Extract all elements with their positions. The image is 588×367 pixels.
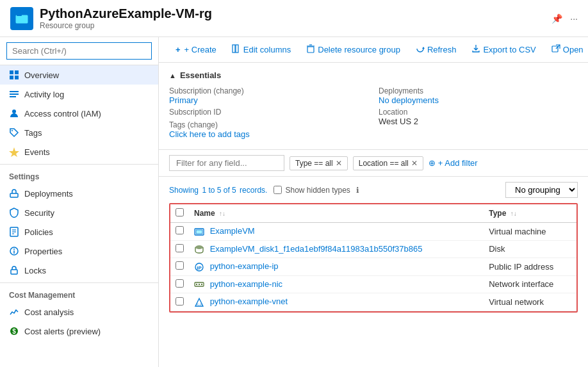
tags-value[interactable]: Click here to add tags — [169, 129, 368, 139]
deployments-value[interactable]: No deployments — [379, 95, 578, 105]
svg-point-19 — [13, 249, 15, 250]
type-chip-label: Type == all — [295, 159, 333, 168]
sidebar-item-cost-analysis[interactable]: Cost analysis — [0, 302, 158, 322]
resource-name-link[interactable]: python-example-ip — [210, 261, 279, 271]
svg-rect-38 — [196, 284, 197, 285]
row-checkbox[interactable] — [176, 261, 184, 270]
row-checkbox-cell — [170, 223, 189, 241]
row-checkbox-cell — [170, 258, 189, 276]
main-layout: Overview Activity log Access control (IA… — [0, 37, 588, 367]
open-label: Open — [563, 45, 584, 54]
resource-type-icon: IP — [194, 262, 204, 272]
show-hidden-label: Show hidden types ℹ — [274, 186, 359, 195]
sidebar-item-deployments[interactable]: Deployments — [0, 184, 158, 203]
open-button[interactable]: Open — [545, 41, 588, 58]
location-filter-chip[interactable]: Location == all ✕ — [353, 156, 423, 170]
filter-input[interactable] — [169, 155, 284, 171]
delete-button[interactable]: Delete resource group — [300, 41, 407, 58]
resource-type-cell: Virtual network — [484, 293, 576, 311]
svg-point-34 — [195, 245, 203, 249]
resource-type-icon — [194, 244, 204, 254]
resource-type-cell: Network interface — [484, 275, 576, 293]
select-all-header — [170, 204, 189, 223]
location-label: Location — [379, 108, 578, 117]
resource-type-cell: Virtual machine — [484, 223, 576, 241]
deployments-item: Deployments No deployments — [379, 86, 578, 105]
grouping-dropdown[interactable]: No grouping — [505, 182, 578, 198]
sidebar-divider — [0, 164, 158, 165]
locks-icon — [9, 265, 19, 275]
sidebar-item-overview[interactable]: Overview — [0, 65, 158, 85]
search-input[interactable] — [6, 42, 152, 60]
header-actions: 📌 ··· — [551, 13, 578, 24]
row-checkbox[interactable] — [176, 279, 184, 288]
sidebar-item-cost-alerts[interactable]: $ Cost alerts (preview) — [0, 322, 158, 341]
edit-columns-button[interactable]: Edit columns — [225, 41, 297, 58]
add-filter-icon: ⊕ — [429, 158, 436, 168]
resource-group-icon — [10, 7, 33, 30]
sidebar-item-label: Activity log — [24, 90, 64, 99]
show-hidden-checkbox[interactable] — [274, 186, 282, 194]
row-checkbox[interactable] — [176, 226, 184, 234]
resource-name-cell: IP python-example-ip — [189, 258, 484, 276]
name-col-label: Name — [194, 209, 215, 218]
subscription-id-label: Subscription ID — [169, 108, 368, 117]
select-all-checkbox[interactable] — [176, 208, 184, 216]
essentials-left: Subscription (change) Primary Subscripti… — [169, 86, 368, 142]
row-checkbox[interactable] — [176, 244, 184, 252]
security-icon — [9, 208, 19, 218]
refresh-label: Refresh — [427, 45, 457, 54]
add-filter-button[interactable]: ⊕ + Add filter — [429, 158, 478, 168]
essentials-grid: Subscription (change) Primary Subscripti… — [169, 86, 578, 142]
resource-name-link[interactable]: python-example-nic — [210, 279, 282, 289]
showing-suffix: records. — [240, 186, 267, 195]
sidebar-item-label: Security — [24, 208, 54, 218]
sidebar-item-properties[interactable]: Properties — [0, 241, 158, 261]
sidebar-item-tags[interactable]: Tags — [0, 123, 158, 142]
sidebar-item-policies[interactable]: Policies — [0, 222, 158, 241]
name-column-header[interactable]: Name ↑↓ — [189, 204, 484, 223]
location-chip-close[interactable]: ✕ — [411, 159, 418, 168]
location-value: West US 2 — [379, 117, 578, 126]
svg-rect-24 — [236, 45, 238, 53]
sidebar-item-label: Locks — [24, 266, 46, 275]
table-meta: Showing 1 to 5 of 5 records. Show hidden… — [169, 182, 578, 198]
resources-table: Name ↑↓ Type ↑↓ — [170, 204, 576, 311]
sidebar-item-events[interactable]: Events — [0, 142, 158, 161]
delete-label: Delete resource group — [318, 45, 400, 54]
sidebar-item-activity-log[interactable]: Activity log — [0, 85, 158, 104]
sidebar-item-locks[interactable]: Locks — [0, 261, 158, 280]
svg-rect-0 — [15, 15, 28, 24]
activity-log-icon — [9, 89, 19, 99]
row-checkbox[interactable] — [176, 297, 184, 306]
svg-rect-7 — [10, 94, 19, 95]
subscription-id-item: Subscription ID — [169, 108, 368, 117]
sidebar-item-label: Access control (IAM) — [24, 109, 101, 118]
sidebar-item-label: Deployments — [24, 189, 73, 199]
sidebar-item-iam[interactable]: Access control (IAM) — [0, 104, 158, 123]
resource-name-link[interactable]: ExampleVM — [210, 226, 255, 236]
type-chip-close[interactable]: ✕ — [336, 159, 342, 168]
refresh-button[interactable]: Refresh — [409, 41, 463, 58]
edit-columns-label: Edit columns — [243, 45, 291, 54]
tags-item: Tags (change) Click here to add tags — [169, 120, 368, 139]
svg-rect-29 — [552, 46, 558, 52]
table-row: ExampleVM Virtual machine — [170, 223, 576, 241]
svg-rect-6 — [10, 91, 19, 92]
table-row: ExampleVM_disk1_f1eda1ebf9f84a11983a1b55… — [170, 240, 576, 258]
export-label: Export to CSV — [483, 45, 535, 54]
pin-icon[interactable]: 📌 — [551, 13, 562, 24]
policies-icon — [9, 227, 19, 237]
subscription-value[interactable]: Primary — [169, 95, 368, 105]
type-filter-chip[interactable]: Type == all ✕ — [290, 156, 348, 170]
essentials-section: ▲ Essentials Subscription (change) Prima… — [159, 63, 588, 150]
more-icon[interactable]: ··· — [570, 13, 578, 24]
page-subtitle: Resource group — [40, 21, 212, 30]
resource-name-link[interactable]: ExampleVM_disk1_f1eda1ebf9f84a11983a1b55… — [210, 244, 423, 254]
export-button[interactable]: Export to CSV — [465, 41, 542, 58]
type-column-header[interactable]: Type ↑↓ — [484, 204, 576, 223]
sidebar-item-label: Cost alerts (preview) — [24, 327, 101, 336]
resource-name-link[interactable]: python-example-vnet — [210, 297, 288, 306]
sidebar-item-security[interactable]: Security — [0, 203, 158, 222]
create-button[interactable]: + + Create — [169, 42, 223, 58]
